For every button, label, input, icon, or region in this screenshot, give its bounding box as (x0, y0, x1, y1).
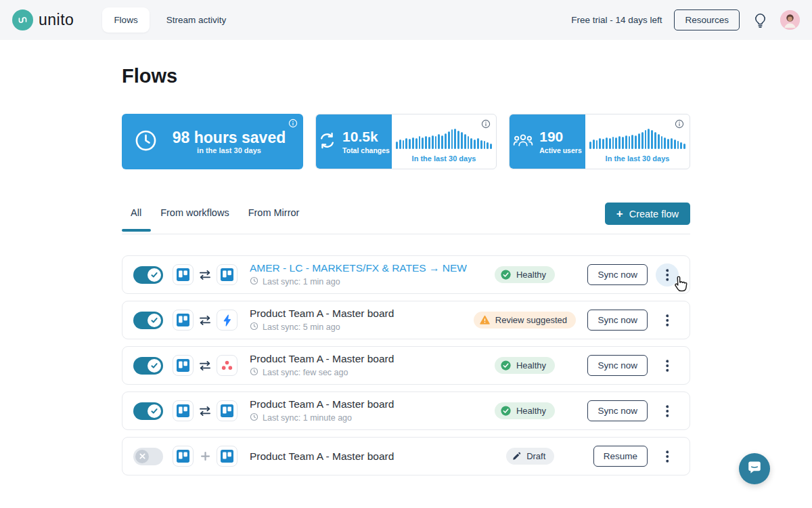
status-badge-zone: Healthy (467, 266, 582, 283)
flow-title[interactable]: AMER - LC - MARKETS/FX & RATES → NEWSDES… (250, 262, 467, 274)
nav-tabs: Flows Stream activity (102, 7, 238, 33)
toggle-x-icon (135, 450, 149, 463)
kebab-icon (666, 405, 669, 417)
info-icon[interactable] (675, 119, 684, 129)
flow-enabled-toggle[interactable] (133, 402, 163, 420)
flow-last-sync: Last sync: 1 min ago (250, 276, 467, 287)
total-changes-value: 10.5k (342, 129, 390, 144)
spark-bar (654, 132, 656, 149)
resume-button[interactable]: Resume (593, 446, 648, 467)
flow-enabled-toggle[interactable] (133, 266, 163, 284)
spark-bar (419, 136, 421, 149)
total-changes-card: 10.5k Total changes In the last 30 days (315, 114, 497, 169)
spark-bar (409, 139, 411, 149)
flow-title[interactable]: Product Team A - Master board (250, 308, 467, 320)
spark-bar (602, 139, 604, 149)
active-users-card: 190 Active users In the last 30 days (509, 114, 690, 169)
spark-bar (625, 135, 627, 149)
spark-bar (435, 136, 437, 149)
status-badge-zone: Healthy (467, 357, 582, 374)
kebab-icon (666, 450, 669, 463)
sparkline-caption: In the last 30 days (606, 154, 670, 163)
spark-bar (664, 137, 666, 149)
total-changes-chart-panel: In the last 30 days (392, 114, 496, 169)
sync-arrows-icon (318, 131, 336, 152)
spark-bar (674, 140, 676, 149)
unito-logo[interactable]: unito (12, 9, 74, 30)
flow-title[interactable]: Product Team A - Master board (250, 398, 467, 410)
kebab-menu-button[interactable] (656, 445, 679, 468)
trello-icon (173, 446, 194, 467)
status-badge-healthy: Healthy (495, 266, 555, 283)
flow-enabled-toggle[interactable] (133, 357, 163, 375)
resources-button[interactable]: Resources (674, 9, 740, 30)
trello-icon (173, 264, 194, 285)
info-icon[interactable] (288, 119, 298, 128)
spark-bar (461, 132, 463, 149)
spark-bar (412, 137, 414, 149)
spark-bar (641, 132, 644, 149)
spark-bar (403, 140, 405, 149)
info-icon[interactable] (481, 119, 491, 129)
flow-list: AMER - LC - MARKETS/FX & RATES → NEWSDES… (122, 255, 690, 475)
spark-bar (631, 135, 633, 149)
spark-bar (683, 144, 685, 149)
status-badge-zone: Draft (473, 448, 588, 465)
check-circle-icon (501, 360, 511, 371)
flow-title[interactable]: Product Team A - Master board (250, 450, 473, 463)
flow-enabled-toggle[interactable] (133, 448, 163, 465)
check-circle-icon (501, 270, 511, 280)
lightbulb-icon[interactable] (752, 12, 768, 28)
nav-tab-stream-activity[interactable]: Stream activity (155, 7, 238, 33)
kebab-menu-button[interactable] (656, 309, 679, 332)
sparkline-caption: In the last 30 days (412, 154, 476, 163)
kebab-menu-button[interactable] (656, 354, 679, 377)
nav-tab-flows[interactable]: Flows (102, 7, 149, 33)
stat-cards: 98 hours saved in the last 30 days (122, 114, 690, 169)
spark-bar (432, 135, 434, 149)
kebab-icon (666, 269, 669, 281)
tab-all[interactable]: All (122, 206, 151, 230)
sync-now-button[interactable]: Sync now (587, 264, 648, 285)
tab-from-workflows[interactable]: From workflows (151, 206, 239, 230)
spark-bar (415, 138, 418, 149)
total-changes-blue-panel: 10.5k Total changes (316, 114, 392, 169)
unito-wordmark: unito (39, 11, 74, 29)
tab-from-mirror[interactable]: From Mirror (239, 206, 309, 230)
flow-title[interactable]: Product Team A - Master board (250, 353, 467, 365)
spark-bar (671, 138, 673, 149)
spark-bar (487, 142, 489, 149)
kebab-menu-button[interactable] (656, 263, 679, 287)
sync-now-button[interactable]: Sync now (587, 400, 648, 421)
flow-row: Product Team A - Master board Last sync:… (122, 391, 690, 430)
flow-row: AMER - LC - MARKETS/FX & RATES → NEWSDES… (122, 255, 690, 294)
top-navbar: unito Flows Stream activity Free trial -… (0, 0, 812, 40)
flow-text: Product Team A - Master board (250, 450, 473, 463)
spark-bar (457, 131, 459, 149)
chat-launcher-button[interactable] (739, 453, 770, 484)
connected-tools (173, 446, 238, 467)
clock-icon (250, 322, 258, 333)
sync-now-button[interactable]: Sync now (587, 310, 648, 331)
status-badge-healthy: Healthy (495, 402, 555, 419)
spark-bar (618, 136, 621, 149)
spark-bar (441, 135, 443, 149)
active-users-sparkline (589, 129, 685, 149)
connected-tools (173, 400, 238, 421)
flow-row: Product Team A - Master board Last sync:… (122, 301, 690, 339)
user-avatar[interactable] (780, 10, 800, 30)
hours-saved-subtext: in the last 30 days (197, 146, 261, 154)
spark-bar (448, 131, 450, 149)
users-group-icon (513, 133, 533, 150)
flow-enabled-toggle[interactable] (133, 312, 163, 329)
spark-bar (468, 136, 470, 149)
toggle-check-icon (148, 359, 161, 373)
spark-bar (425, 136, 427, 149)
spark-bar (454, 129, 456, 149)
kebab-menu-button[interactable] (656, 400, 679, 423)
sync-now-button[interactable]: Sync now (587, 355, 648, 376)
create-flow-button[interactable]: + Create flow (605, 203, 690, 225)
status-badge-draft: Draft (506, 448, 554, 465)
spark-bar (599, 138, 601, 149)
spark-bar (661, 136, 663, 149)
